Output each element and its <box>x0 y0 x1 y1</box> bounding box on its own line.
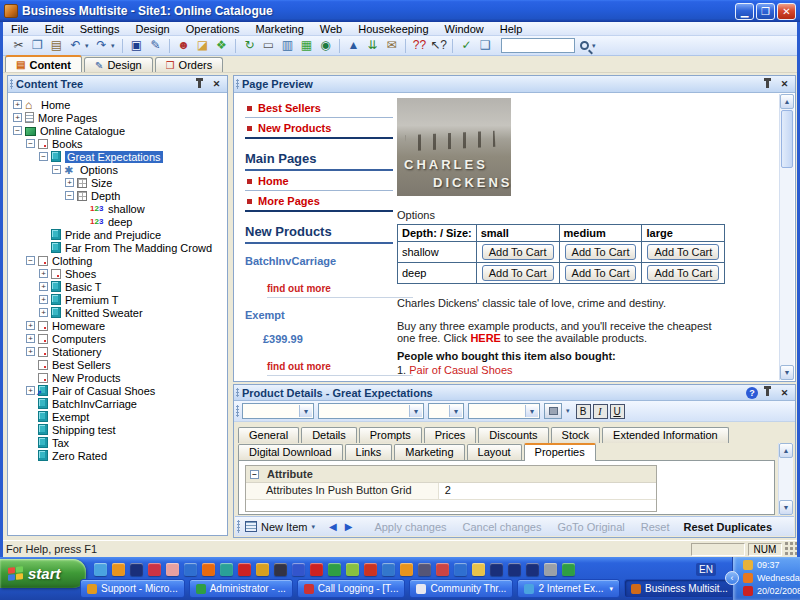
quicklaunch-icon-11[interactable] <box>274 563 287 576</box>
tree-item[interactable]: +Pair of Casual Shoes <box>9 384 226 397</box>
tree-item[interactable]: +Computers <box>9 332 226 345</box>
scroll-thumb[interactable] <box>781 110 793 168</box>
add-to-cart-button[interactable]: Add To Cart <box>482 244 554 260</box>
tree-item[interactable]: −Options <box>9 163 226 176</box>
collapse-icon[interactable]: − <box>39 152 48 161</box>
tree-item[interactable]: Zero Rated <box>9 449 226 462</box>
pin-icon[interactable] <box>198 81 201 88</box>
search-icon[interactable] <box>580 41 589 50</box>
dropdown-arrow-icon[interactable]: ▾ <box>85 42 92 50</box>
color-swatch-button[interactable] <box>544 403 562 419</box>
window-icon[interactable]: ❑ <box>476 37 495 54</box>
tree-item[interactable]: Best Sellers <box>9 358 226 371</box>
tab-layout[interactable]: Layout <box>467 444 522 460</box>
undo-icon[interactable]: ↶ <box>66 37 85 54</box>
bold-button[interactable]: B <box>576 404 591 419</box>
menu-item-window[interactable]: Window <box>437 23 492 35</box>
tree-item[interactable]: +Home <box>9 98 226 111</box>
expand-icon[interactable]: + <box>39 269 48 278</box>
tray-icon-3[interactable] <box>743 586 753 596</box>
tab-prices[interactable]: Prices <box>424 427 477 443</box>
property-row[interactable]: Attributes In Push Button Grid2 <box>246 483 656 500</box>
download-icon[interactable]: ⇊ <box>363 37 382 54</box>
tab-digital-download[interactable]: Digital Download <box>238 444 343 460</box>
help-icon[interactable]: ?? <box>410 37 429 54</box>
reset-duplicates-button[interactable]: Reset Duplicates <box>683 521 772 533</box>
expand-icon[interactable]: + <box>39 295 48 304</box>
taskbar-button[interactable]: 2 Internet Ex...▾ <box>517 579 620 598</box>
find-out-more-link[interactable]: find out more <box>267 361 413 376</box>
tree-item[interactable]: 123deep <box>9 215 226 228</box>
search-input[interactable] <box>501 38 575 53</box>
collapse-icon[interactable]: − <box>26 139 35 148</box>
menu-item-housekeeping[interactable]: Housekeeping <box>350 23 436 35</box>
expand-icon[interactable]: + <box>26 334 35 343</box>
tree-item[interactable]: Pride and Prejudice <box>9 228 226 241</box>
new-item-button[interactable]: New Item ▾ <box>245 521 315 533</box>
menu-item-marketing[interactable]: Marketing <box>248 23 312 35</box>
tab-general[interactable]: General <box>238 427 299 443</box>
menu-item-file[interactable]: File <box>3 23 37 35</box>
tree-item[interactable]: −Depth <box>9 189 226 202</box>
quicklaunch-icon-8[interactable] <box>220 563 233 576</box>
menu-item-operations[interactable]: Operations <box>178 23 248 35</box>
redo-icon[interactable]: ↷ <box>92 37 111 54</box>
add-to-cart-button[interactable]: Add To Cart <box>565 265 637 281</box>
quicklaunch-icon-10[interactable] <box>256 563 269 576</box>
tree-item[interactable]: +More Pages <box>9 111 226 124</box>
add-to-cart-button[interactable]: Add To Cart <box>565 244 637 260</box>
quicklaunch-icon-27[interactable] <box>562 563 575 576</box>
quicklaunch-icon-1[interactable] <box>94 563 107 576</box>
colors-icon[interactable]: ❖ <box>212 37 231 54</box>
scroll-up-icon[interactable]: ▲ <box>779 443 793 458</box>
collapse-icon[interactable]: − <box>52 165 61 174</box>
email-icon[interactable]: ✉ <box>382 37 401 54</box>
refresh-icon[interactable]: ↻ <box>240 37 259 54</box>
collapse-icon[interactable]: − <box>65 191 74 200</box>
quicklaunch-icon-4[interactable] <box>148 563 161 576</box>
also-bought-link[interactable]: Pair of Casual Shoes <box>409 364 512 376</box>
close-panel-icon[interactable]: ✕ <box>778 78 791 90</box>
taskbar-button[interactable]: Business Multisit... <box>624 579 735 598</box>
tab-discounts[interactable]: Discounts <box>478 427 548 443</box>
tree-item[interactable]: −Great Expectations <box>9 150 226 163</box>
pin-icon[interactable] <box>766 389 769 396</box>
expand-icon[interactable]: + <box>13 113 22 122</box>
close-panel-icon[interactable]: ✕ <box>778 387 791 399</box>
tab-properties[interactable]: Properties <box>524 443 596 461</box>
tab-prompts[interactable]: Prompts <box>359 427 422 443</box>
quicklaunch-icon-24[interactable] <box>508 563 521 576</box>
tree-item[interactable]: Exempt <box>9 410 226 423</box>
tree-item[interactable]: −Online Catalogue <box>9 124 226 137</box>
search-dropdown-icon[interactable]: ▾ <box>592 42 599 50</box>
dropdown-arrow-icon[interactable]: ▾ <box>111 42 118 50</box>
taskbar-button[interactable]: Community Thr... <box>409 579 513 598</box>
quicklaunch-icon-5[interactable] <box>166 563 179 576</box>
open-icon[interactable]: ◪ <box>193 37 212 54</box>
product-link[interactable]: Exempt <box>245 309 393 321</box>
expand-icon[interactable]: + <box>26 386 35 395</box>
minimize-button[interactable]: ▁ <box>735 3 754 20</box>
tree-item[interactable]: +Premium T <box>9 293 226 306</box>
quicklaunch-icon-2[interactable] <box>112 563 125 576</box>
globe-icon[interactable]: ◉ <box>316 37 335 54</box>
close-panel-icon[interactable]: ✕ <box>210 78 223 90</box>
taskbar-button[interactable]: Support - Micro... <box>80 579 185 598</box>
user-icon[interactable]: ☻ <box>174 37 193 54</box>
quicklaunch-icon-6[interactable] <box>184 563 197 576</box>
quicklaunch-icon-25[interactable] <box>526 563 539 576</box>
menu-item-web[interactable]: Web <box>312 23 350 35</box>
copy-icon[interactable]: ❐ <box>28 37 47 54</box>
expand-icon[interactable]: + <box>39 282 48 291</box>
tab-content[interactable]: ▤Content <box>5 55 82 72</box>
publish-icon[interactable]: ▲ <box>344 37 363 54</box>
expand-icon[interactable]: + <box>26 347 35 356</box>
italic-button[interactable]: I <box>593 404 608 419</box>
menu-item-design[interactable]: Design <box>127 23 177 35</box>
cut-icon[interactable]: ✂ <box>9 37 28 54</box>
quicklaunch-icon-26[interactable] <box>544 563 557 576</box>
tree-item[interactable]: +Stationery <box>9 345 226 358</box>
close-button[interactable]: ✕ <box>777 3 796 20</box>
tree-item[interactable]: +Size <box>9 176 226 189</box>
underline-button[interactable]: U <box>610 404 625 419</box>
